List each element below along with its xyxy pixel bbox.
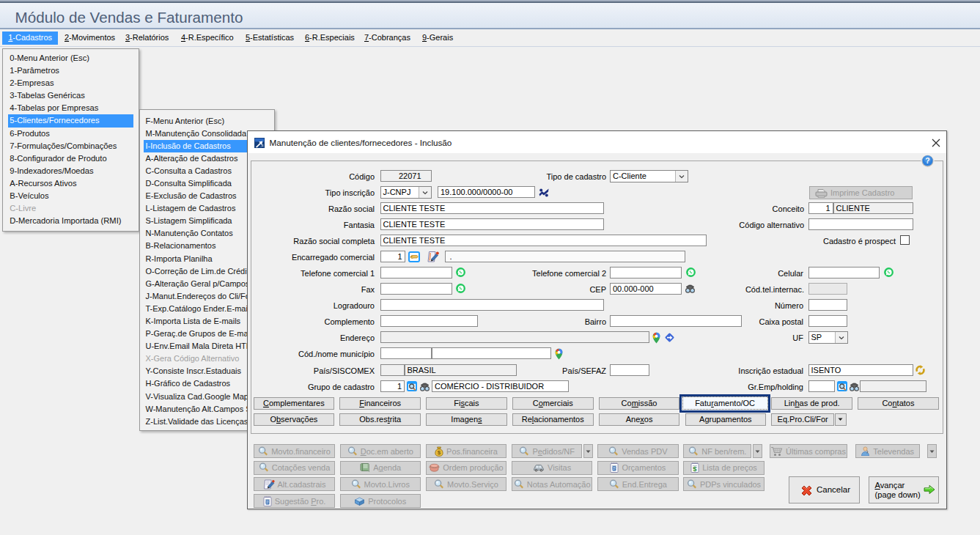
svg-text:?: ? — [925, 156, 929, 165]
svg-text:$: $ — [693, 465, 697, 473]
svg-text:$: $ — [438, 449, 441, 456]
